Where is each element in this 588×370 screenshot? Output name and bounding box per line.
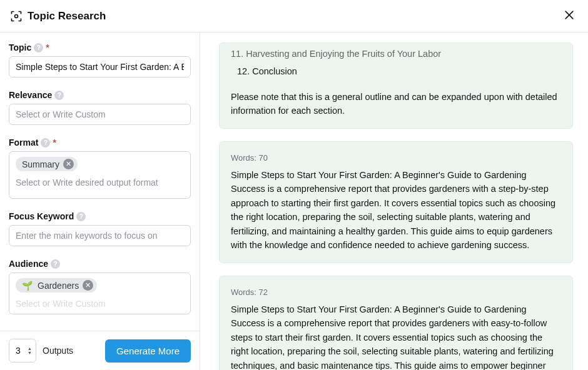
result-card: Words: 70 Simple Steps to Start Your Fir… bbox=[219, 141, 573, 263]
result-list-item: 12. Conclusion bbox=[231, 64, 561, 78]
relevance-input[interactable] bbox=[9, 104, 191, 125]
help-icon[interactable]: ? bbox=[34, 43, 43, 52]
result-list-item: 11. Harvesting and Enjoying the Fruits o… bbox=[231, 47, 561, 61]
help-icon[interactable]: ? bbox=[54, 91, 64, 100]
format-tags-box[interactable]: Summary ✕ Select or Write desired output… bbox=[9, 151, 191, 199]
modal-title: Topic Research bbox=[28, 10, 106, 22]
audience-tag: 🌱 Gardeners ✕ bbox=[16, 278, 97, 292]
close-icon: ✕ bbox=[85, 282, 91, 289]
result-card: 11. Harvesting and Enjoying the Fruits o… bbox=[219, 42, 573, 129]
help-icon[interactable]: ? bbox=[41, 138, 50, 148]
topic-input[interactable] bbox=[9, 56, 191, 78]
svg-point-0 bbox=[15, 14, 18, 18]
scan-icon bbox=[10, 10, 23, 22]
required-marker: * bbox=[46, 42, 49, 52]
focus-keyword-label: Focus Keyword bbox=[9, 211, 74, 221]
stepper-down-icon[interactable]: ▼ bbox=[28, 351, 32, 355]
audience-tags-box[interactable]: 🌱 Gardeners ✕ Select or Write Custom bbox=[9, 272, 191, 314]
format-placeholder: Select or Write desired output format bbox=[16, 178, 184, 188]
field-focus-keyword: Focus Keyword ? bbox=[9, 211, 191, 246]
audience-placeholder: Select or Write Custom bbox=[16, 299, 184, 309]
results-pane[interactable]: 11. Harvesting and Enjoying the Fruits o… bbox=[200, 32, 588, 370]
close-button[interactable] bbox=[560, 6, 578, 26]
sidebar-footer: 3 ▲ ▼ Outputs Generate More bbox=[0, 331, 200, 370]
settings-scroll[interactable]: Topic ? * Relevance ? Format bbox=[0, 32, 200, 331]
result-body: Simple Steps to Start Your First Garden:… bbox=[231, 168, 561, 252]
format-tag: Summary ✕ bbox=[16, 157, 78, 171]
audience-label: Audience bbox=[9, 259, 48, 269]
help-icon[interactable]: ? bbox=[51, 259, 60, 269]
field-topic: Topic ? * bbox=[9, 42, 191, 78]
field-audience: Audience ? 🌱 Gardeners ✕ Select or Write… bbox=[9, 259, 191, 314]
modal-header: Topic Research bbox=[0, 0, 588, 32]
topic-label: Topic bbox=[9, 42, 31, 52]
result-note: Please note that this is a general outli… bbox=[231, 90, 561, 118]
audience-tag-label: Gardeners bbox=[38, 281, 79, 291]
required-marker: * bbox=[53, 138, 56, 148]
outputs-stepper[interactable]: 3 ▲ ▼ bbox=[9, 339, 36, 362]
help-icon[interactable]: ? bbox=[76, 212, 86, 221]
generate-more-button[interactable]: Generate More bbox=[105, 339, 191, 362]
field-format: Format ? * Summary ✕ Select or Write des… bbox=[9, 138, 191, 199]
relevance-label: Relevance bbox=[9, 90, 52, 100]
focus-keyword-input[interactable] bbox=[9, 225, 191, 246]
seedling-icon: 🌱 bbox=[22, 281, 33, 291]
close-icon: ✕ bbox=[66, 161, 71, 168]
word-count: Words: 72 bbox=[231, 286, 561, 299]
remove-tag-button[interactable]: ✕ bbox=[63, 159, 74, 169]
settings-sidebar: Topic ? * Relevance ? Format bbox=[0, 32, 200, 370]
stepper-up-icon[interactable]: ▲ bbox=[28, 346, 32, 351]
close-icon bbox=[563, 14, 575, 23]
outputs-label: Outputs bbox=[43, 346, 73, 356]
result-card: Words: 72 Simple Steps to Start Your Fir… bbox=[219, 276, 573, 370]
word-count: Words: 70 bbox=[231, 152, 561, 164]
topic-research-modal: Topic Research Topic ? * bbox=[0, 0, 588, 370]
field-relevance: Relevance ? bbox=[9, 90, 191, 125]
remove-tag-button[interactable]: ✕ bbox=[83, 280, 93, 291]
format-tag-label: Summary bbox=[22, 159, 59, 169]
format-label: Format bbox=[9, 138, 38, 148]
result-body: Simple Steps to Start Your First Garden:… bbox=[231, 302, 561, 370]
outputs-value: 3 bbox=[16, 346, 21, 356]
